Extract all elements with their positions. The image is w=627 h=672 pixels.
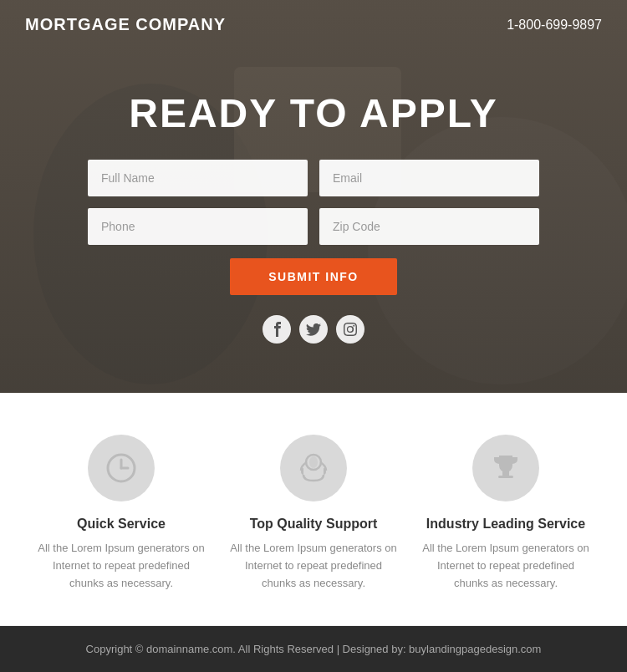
feature-title-industry: Industry Leading Service bbox=[426, 517, 585, 532]
feature-title-support: Top Quality Support bbox=[250, 517, 378, 532]
social-links bbox=[263, 315, 364, 344]
phone-input[interactable] bbox=[88, 208, 308, 245]
hero-title: READY TO APPLY bbox=[129, 90, 497, 136]
footer-text: Copyright © domainname.com. All Rights R… bbox=[86, 643, 542, 655]
hero-content: READY TO APPLY SUBMIT INFO bbox=[0, 49, 627, 393]
svg-point-4 bbox=[309, 456, 318, 468]
feature-title-quick: Quick Service bbox=[77, 517, 166, 532]
feature-desc-support: All the Lorem Ipsum generators on Intern… bbox=[230, 540, 397, 592]
trophy-icon bbox=[488, 451, 523, 486]
feature-desc-industry: All the Lorem Ipsum generators on Intern… bbox=[422, 540, 589, 592]
feature-desc-quick: All the Lorem Ipsum generators on Intern… bbox=[38, 540, 205, 592]
svg-rect-5 bbox=[502, 471, 509, 476]
headset-icon bbox=[297, 451, 330, 485]
clock-icon bbox=[104, 451, 138, 485]
svg-rect-6 bbox=[498, 476, 513, 478]
application-form bbox=[88, 160, 539, 245]
navbar: MORTGAGE COMPANY 1-800-699-9897 bbox=[0, 0, 627, 49]
clock-icon-wrap bbox=[88, 435, 155, 501]
features-section: Quick Service All the Lorem Ipsum genera… bbox=[0, 393, 627, 626]
headset-icon-wrap bbox=[280, 435, 347, 501]
footer: Copyright © domainname.com. All Rights R… bbox=[0, 626, 627, 672]
feature-quality-support: Top Quality Support All the Lorem Ipsum … bbox=[230, 435, 397, 592]
submit-button[interactable]: SUBMIT INFO bbox=[230, 258, 397, 295]
feature-industry-leading: Industry Leading Service All the Lorem I… bbox=[422, 435, 589, 592]
facebook-icon[interactable] bbox=[263, 315, 291, 344]
phone-number: 1-800-699-9897 bbox=[507, 18, 602, 33]
zipcode-input[interactable] bbox=[319, 208, 539, 245]
hero-section: MORTGAGE COMPANY 1-800-699-9897 READY TO… bbox=[0, 0, 627, 393]
email-input[interactable] bbox=[319, 160, 539, 196]
brand-name: MORTGAGE COMPANY bbox=[25, 15, 226, 34]
instagram-icon[interactable] bbox=[336, 315, 364, 344]
twitter-icon[interactable] bbox=[299, 315, 328, 344]
fullname-input[interactable] bbox=[88, 160, 308, 196]
trophy-icon-wrap bbox=[472, 435, 539, 501]
feature-quick-service: Quick Service All the Lorem Ipsum genera… bbox=[38, 435, 205, 592]
